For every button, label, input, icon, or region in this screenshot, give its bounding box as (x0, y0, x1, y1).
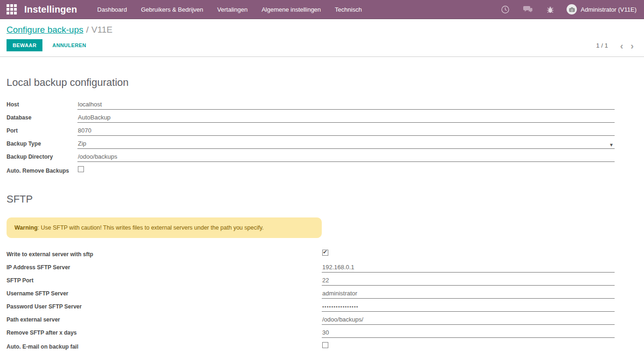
user-name: Administrator (V11E) (581, 6, 637, 13)
auto-email-checkbox[interactable]: ✔ (322, 342, 328, 348)
section-title-sftp: SFTP (7, 193, 615, 205)
field-row-write-sftp: Write to external server with sftp ✔ (7, 250, 615, 259)
nav-item-technical[interactable]: Technisch (328, 0, 369, 19)
warning-text: : Use SFTP with caution! This writes fil… (38, 224, 264, 231)
user-menu[interactable]: Administrator (V11E) (567, 4, 637, 14)
field-row-sftp-port: SFTP Port 22 (7, 277, 615, 286)
field-row-host: Host localhost (7, 101, 615, 110)
chat-icon[interactable] (516, 6, 540, 13)
field-label-sftp-password: Password User SFTP Server (7, 303, 322, 312)
sftp-port-value: 22 (322, 277, 329, 284)
field-row-ip-address: IP Address SFTP Server 192.168.0.1 (7, 264, 615, 273)
field-row-sftp-password: Password User SFTP Server ••••••••••••••… (7, 303, 615, 312)
backup-type-select[interactable]: Zip ▼ (77, 140, 615, 149)
field-label-database: Database (7, 114, 77, 123)
port-value: 8070 (78, 127, 91, 134)
checkmark-icon: ✔ (323, 249, 327, 255)
avatar (567, 4, 577, 14)
host-value: localhost (78, 101, 102, 108)
ip-address-value: 192.168.0.1 (322, 264, 354, 271)
sftp-port-input[interactable]: 22 (322, 277, 615, 286)
field-row-sftp-username: Username SFTP Server administrator (7, 290, 615, 299)
breadcrumb-link[interactable]: Configure back-ups (7, 25, 83, 35)
field-label-ip-address: IP Address SFTP Server (7, 264, 322, 273)
ip-address-input[interactable]: 192.168.0.1 (322, 264, 615, 273)
nav-item-translations[interactable]: Vertalingen (210, 0, 255, 19)
backup-directory-value: /odoo/backups (78, 153, 118, 160)
field-label-backup-directory: Backup Directory (7, 154, 77, 162)
backup-directory-input[interactable]: /odoo/backups (77, 153, 615, 162)
sftp-username-value: administrator (322, 290, 357, 297)
chevron-down-icon: ▼ (609, 142, 614, 147)
nav-item-dashboard[interactable]: Dashboard (90, 0, 134, 19)
field-label-host: Host (7, 101, 77, 110)
sftp-username-input[interactable]: administrator (322, 290, 615, 299)
field-row-sftp-path: Path external server /odoo/backups/ (7, 316, 615, 325)
sftp-remove-days-input[interactable]: 30 (322, 329, 615, 338)
auto-remove-checkbox[interactable]: ✔ (78, 166, 84, 172)
sftp-warning-alert: Warning: Use SFTP with caution! This wri… (7, 217, 322, 238)
sftp-password-value: •••••••••••••••• (322, 304, 359, 309)
field-label-auto-email: Auto. E-mail on backup fail (7, 343, 322, 352)
save-button[interactable]: BEWAAR (7, 39, 42, 51)
field-row-backup-directory: Backup Directory /odoo/backups (7, 153, 615, 162)
section-title-local-backup: Local backup configuration (7, 77, 615, 89)
sftp-path-input[interactable]: /odoo/backups/ (322, 316, 615, 325)
field-label-sftp-port: SFTP Port (7, 277, 322, 286)
field-label-backup-type: Backup Type (7, 140, 77, 149)
pager-value: 1 / 1 (596, 42, 608, 49)
field-row-sftp-remove-days: Remove SFTP after x days 30 (7, 329, 615, 338)
field-label-write-sftp: Write to external server with sftp (7, 251, 322, 259)
main-nav: Dashboard Gebruikers & Bedrijven Vertali… (90, 0, 369, 19)
database-value: AutoBackup (78, 114, 111, 121)
nav-item-general-settings[interactable]: Algemene instellingen (255, 0, 328, 19)
warning-prefix: Warning (14, 224, 38, 231)
form-sheet: Local backup configuration Host localhos… (0, 57, 644, 357)
field-row-backup-type: Backup Type Zip ▼ (7, 140, 615, 149)
field-row-port: Port 8070 (7, 127, 615, 136)
discard-button[interactable]: ANNULEREN (46, 39, 92, 51)
field-row-auto-email: Auto. E-mail on backup fail ✔ (7, 342, 615, 352)
field-row-auto-remove: Auto. Remove Backups ✔ (7, 166, 615, 176)
port-input[interactable]: 8070 (77, 127, 615, 136)
top-navbar: Instellingen Dashboard Gebruikers & Bedr… (0, 0, 644, 19)
control-panel: Configure back-ups/V11E BEWAAR ANNULEREN… (0, 19, 644, 57)
breadcrumb: Configure back-ups/V11E (7, 25, 637, 35)
database-input[interactable]: AutoBackup (77, 114, 615, 123)
write-sftp-checkbox[interactable]: ✔ (322, 250, 328, 256)
clock-icon[interactable] (494, 6, 516, 14)
pager-previous-icon[interactable]: ‹ (616, 42, 627, 49)
breadcrumb-current: V11E (91, 25, 112, 35)
field-label-sftp-username: Username SFTP Server (7, 290, 322, 299)
field-label-sftp-path: Path external server (7, 316, 322, 325)
breadcrumb-separator: / (83, 25, 91, 35)
backup-type-value: Zip (78, 140, 86, 147)
nav-item-users-companies[interactable]: Gebruikers & Bedrijven (134, 0, 210, 19)
sftp-path-value: /odoo/backups/ (322, 316, 363, 323)
field-label-port: Port (7, 127, 77, 136)
pager-next-icon[interactable]: › (627, 42, 637, 49)
app-title[interactable]: Instellingen (24, 4, 77, 15)
bug-icon[interactable] (540, 6, 561, 14)
sftp-password-input[interactable]: •••••••••••••••• (322, 303, 615, 312)
field-label-auto-remove: Auto. Remove Backups (7, 168, 77, 176)
field-label-sftp-remove-days: Remove SFTP after x days (7, 329, 322, 338)
field-row-database: Database AutoBackup (7, 114, 615, 123)
host-input[interactable]: localhost (77, 101, 615, 110)
apps-menu-icon[interactable] (7, 4, 17, 14)
sftp-remove-days-value: 30 (322, 329, 329, 336)
